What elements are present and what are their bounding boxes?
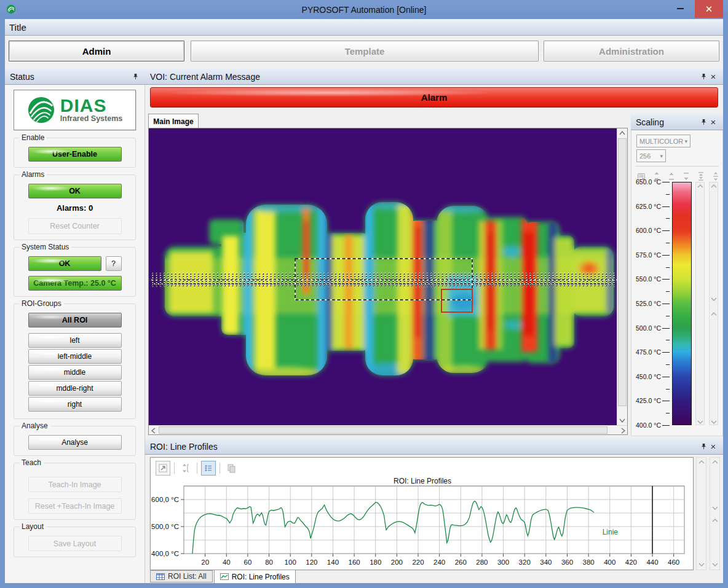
svg-text:420: 420 (625, 559, 637, 566)
colorbar-tick-label: 525.0 °C (636, 300, 661, 307)
chevron-down-icon[interactable] (712, 562, 718, 567)
reset-teach-in-image-button[interactable]: Reset +Teach-In Image (28, 498, 122, 514)
chevron-up-icon[interactable] (711, 312, 717, 316)
alarms-ok-indicator[interactable]: OK (28, 184, 122, 198)
svg-text:440: 440 (646, 559, 658, 566)
svg-text:360: 360 (561, 559, 573, 566)
chevron-down-icon: ▾ (684, 138, 687, 144)
chevron-down-icon[interactable] (711, 297, 717, 302)
reset-counter-button[interactable]: Reset Counter (28, 218, 122, 234)
close-icon[interactable]: × (708, 442, 718, 452)
group-enable: Enable User-Enable (14, 138, 136, 168)
chevron-down-icon[interactable] (711, 420, 717, 425)
app-logo-icon (6, 4, 16, 17)
user-enable-button[interactable]: User-Enable (28, 147, 122, 162)
analyse-button[interactable]: Analyse (28, 435, 122, 450)
group-layout: Layout Save Layout (14, 527, 136, 557)
palette-select[interactable]: MULTICOLOR▾ (636, 135, 690, 147)
tab-roi-line-profiles[interactable]: ROI: Line Profiles (214, 570, 296, 584)
pin-icon[interactable] (698, 72, 708, 82)
colorbar-tick-label: 400.0 °C (636, 421, 661, 429)
pin-icon[interactable] (698, 117, 708, 127)
chevron-up-icon[interactable] (698, 460, 705, 465)
tab-template[interactable]: Template (191, 41, 539, 61)
chart-scrollbar-2[interactable] (710, 457, 720, 570)
legend-list-icon[interactable] (201, 461, 216, 476)
tab-roi-line-profiles-label: ROI: Line Profiles (232, 573, 290, 581)
chart-scrollbar-1[interactable] (696, 457, 706, 570)
scroll-left-icon[interactable] (151, 428, 157, 434)
scale-min-down-icon[interactable] (682, 171, 691, 182)
group-roi-groups-label: ROI-Groups (19, 299, 64, 308)
colorbar-tick-label: 575.0 °C (636, 251, 661, 259)
colorbar-min-slider[interactable] (709, 182, 718, 425)
alarm-banner-button[interactable]: Alarm (150, 87, 718, 108)
roi-group-button-mddle-right[interactable]: mddle-right (28, 381, 122, 396)
window-titlebar[interactable]: PYROSOFT Automation [Online] ✕ (0, 0, 728, 19)
tab-administration[interactable]: Administration (544, 41, 719, 61)
export-icon[interactable] (156, 461, 170, 476)
colorbar-tick-label: 550.0 °C (636, 275, 661, 283)
chart-legend-label: Linie (603, 528, 619, 536)
teach-in-image-button[interactable]: Teach-In Image (28, 477, 122, 492)
copy-icon[interactable] (224, 461, 239, 476)
scaling-panel: MULTICOLOR▾ 256▾ 650.0 °C625.0 °C600.0 °… (631, 130, 723, 436)
line-chart-icon (220, 573, 229, 580)
scroll-right-icon[interactable] (620, 428, 626, 434)
autoscale-icon[interactable] (178, 461, 193, 476)
chevron-down-icon: ▾ (660, 153, 663, 159)
chevron-up-icon[interactable] (711, 184, 717, 189)
image-vertical-scrollbar[interactable] (617, 128, 627, 425)
levels-select[interactable]: 256▾ (636, 149, 666, 162)
group-layout-label: Layout (19, 522, 46, 531)
tab-main-image[interactable]: Main Image (148, 114, 199, 128)
roi-group-button-middle[interactable]: middle (28, 365, 122, 380)
pin-icon[interactable] (130, 72, 140, 82)
svg-text:320: 320 (519, 559, 531, 566)
chevron-down-icon[interactable] (697, 420, 703, 425)
scroll-down-icon[interactable] (619, 417, 625, 423)
colorbar-tick-label: 425.0 °C (636, 397, 661, 404)
dias-logo: DIAS Infrared Systems (14, 90, 136, 130)
svg-text:80: 80 (265, 559, 273, 566)
close-button[interactable]: ✕ (695, 0, 723, 18)
chevron-down-icon[interactable] (712, 506, 718, 511)
svg-text:140: 140 (327, 559, 339, 566)
roi-group-button-all-roi[interactable]: All ROI (28, 313, 122, 327)
save-layout-button[interactable]: Save Layout (28, 536, 122, 551)
chevron-down-icon[interactable] (698, 562, 705, 567)
scale-compress-icon[interactable] (696, 171, 705, 182)
close-icon[interactable]: × (708, 117, 718, 127)
svg-text:460: 460 (668, 559, 679, 566)
tab-roi-list[interactable]: ROI List: All (150, 570, 213, 582)
help-button[interactable]: ? (106, 256, 122, 271)
chart-title: ROI: Line Profiles (151, 477, 694, 485)
roi-group-button-left-middle[interactable]: left-middle (28, 349, 122, 364)
svg-text:500,0 °C: 500,0 °C (151, 523, 179, 530)
system-ok-indicator[interactable]: OK (28, 256, 101, 271)
group-teach: Teach Teach-In Image Reset +Teach-In Ima… (14, 463, 136, 520)
window-client-area: Title Admin Template Administration Stat… (5, 19, 723, 583)
chevron-up-icon[interactable] (712, 460, 718, 465)
tab-admin[interactable]: Admin (9, 41, 184, 61)
scale-expand-icon[interactable] (711, 171, 720, 182)
svg-text:380: 380 (583, 559, 595, 566)
chevron-up-icon[interactable] (712, 518, 718, 523)
pin-icon[interactable] (698, 442, 708, 452)
scaling-panel-title: Scaling (636, 117, 664, 127)
colorbar-max-slider[interactable] (695, 182, 705, 425)
roi-group-button-right[interactable]: right (28, 397, 122, 412)
svg-text:400,0 °C: 400,0 °C (151, 550, 179, 557)
scroll-up-icon[interactable] (619, 130, 625, 136)
svg-text:240: 240 (433, 559, 445, 566)
image-horizontal-scrollbar[interactable] (149, 425, 627, 434)
minimize-button[interactable] (670, 0, 690, 17)
close-icon[interactable]: × (708, 72, 718, 82)
main-image-frame (148, 128, 628, 435)
scale-max-up-icon[interactable] (667, 171, 676, 182)
chevron-up-icon[interactable] (697, 184, 703, 189)
thermal-image[interactable] (149, 128, 617, 425)
roi-group-button-left[interactable]: left (28, 333, 122, 348)
camera-temp-indicator[interactable]: Camera Temp.: 25.0 °C (28, 276, 122, 291)
tab-roi-list-label: ROI List: All (168, 572, 207, 581)
